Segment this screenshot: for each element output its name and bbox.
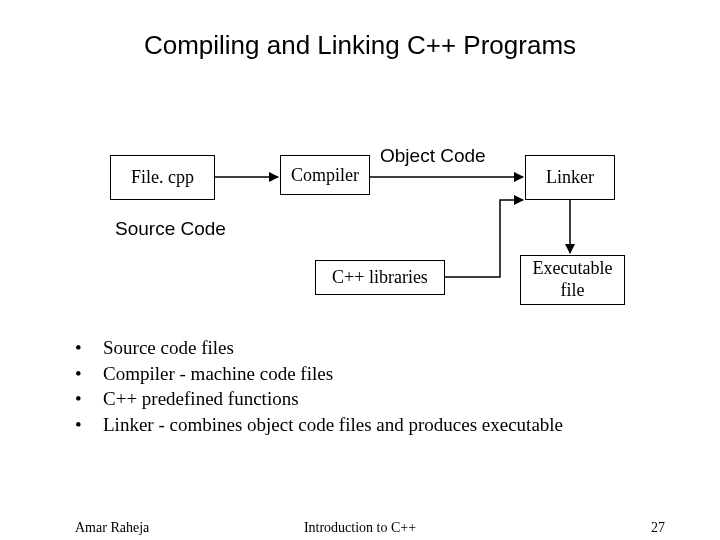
bullet-list: •Source code files •Compiler - machine c…: [75, 335, 563, 438]
footer-page: 27: [651, 520, 665, 536]
box-executable: Executable file: [520, 255, 625, 305]
label-object-code: Object Code: [380, 145, 486, 167]
box-compiler: Compiler: [280, 155, 370, 195]
bullet-text: Compiler - machine code files: [103, 361, 333, 387]
label-source-code: Source Code: [115, 218, 226, 240]
bullet-text: Linker - combines object code files and …: [103, 412, 563, 438]
footer-subject: Introduction to C++: [0, 520, 720, 536]
exec-line2: file: [533, 280, 613, 302]
box-linker: Linker: [525, 155, 615, 200]
list-item: •Source code files: [75, 335, 563, 361]
slide-title: Compiling and Linking C++ Programs: [0, 30, 720, 61]
box-cpp-libraries: C++ libraries: [315, 260, 445, 295]
box-source-file: File. cpp: [110, 155, 215, 200]
bullet-text: C++ predefined functions: [103, 386, 299, 412]
list-item: •C++ predefined functions: [75, 386, 563, 412]
list-item: •Compiler - machine code files: [75, 361, 563, 387]
exec-line1: Executable: [533, 258, 613, 280]
bullet-text: Source code files: [103, 335, 234, 361]
list-item: •Linker - combines object code files and…: [75, 412, 563, 438]
